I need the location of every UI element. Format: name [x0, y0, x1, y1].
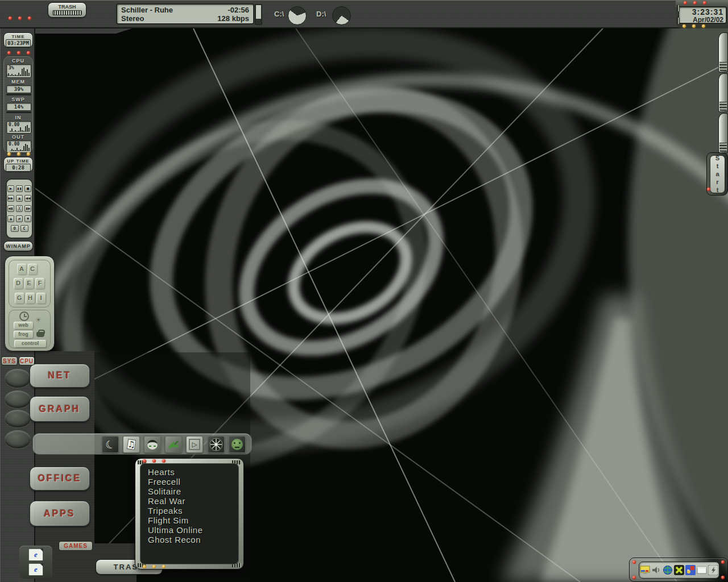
playlist-note-icon[interactable]: ♫	[123, 436, 140, 453]
clock-icon[interactable]	[19, 311, 29, 321]
menu-item-tripeaks[interactable]: Tripeaks	[148, 506, 238, 516]
mem-meter: 39%	[6, 85, 31, 93]
stop-button[interactable]: ■	[24, 185, 31, 192]
play-button[interactable]: ▶	[7, 185, 14, 192]
display-settings-icon[interactable]	[640, 565, 651, 576]
in-histogram	[10, 123, 30, 132]
compass-dial-icon[interactable]	[208, 436, 225, 453]
volume-gauge[interactable]	[255, 4, 262, 25]
volume-up-button[interactable]: ▲	[7, 215, 14, 222]
key-c[interactable]: C	[28, 264, 37, 275]
volume-down-button[interactable]: ▼	[24, 215, 31, 222]
open-button[interactable]: O	[11, 225, 19, 232]
key-d[interactable]: D	[14, 278, 23, 289]
oval-button-2[interactable]	[5, 390, 31, 408]
menu-office-button[interactable]: OFFICE	[30, 467, 90, 490]
key-a[interactable]: A	[17, 264, 26, 275]
menu-graph-button[interactable]: GRAPH	[30, 396, 90, 422]
key-g[interactable]: G	[15, 293, 24, 304]
clock-rib	[677, 5, 680, 11]
launcher-panel: A C D E F G H I ☀ web frog control	[5, 256, 55, 351]
led-red	[632, 560, 636, 564]
drive-d-pie[interactable]	[332, 6, 351, 25]
moon-player-icon[interactable]: ☾	[102, 436, 119, 453]
led-red	[7, 51, 11, 55]
key-f[interactable]: F	[35, 278, 44, 289]
window-icon[interactable]	[697, 565, 708, 576]
volume-speaker-icon[interactable]	[651, 565, 662, 576]
control-button[interactable]: control	[14, 340, 46, 347]
tab-cpu[interactable]: CPU	[19, 356, 35, 365]
key-e[interactable]: E	[24, 278, 34, 289]
tab-sys[interactable]: SYS	[1, 356, 18, 365]
menu-item-solitaire[interactable]: Solitaire	[148, 487, 238, 496]
menu-apps-button[interactable]: APPS	[30, 501, 90, 526]
led-red	[703, 1, 706, 5]
oval-button-1[interactable]	[5, 369, 31, 388]
video-play-icon[interactable]: ▷	[186, 436, 203, 453]
right-rail-segment	[718, 113, 728, 153]
track-time: -02:56	[228, 6, 249, 14]
menu-net-button[interactable]: NET	[30, 364, 90, 388]
swp-value: 14%	[7, 104, 31, 110]
napster-headphones-icon[interactable]	[144, 436, 161, 453]
led-red	[17, 51, 20, 55]
menu-item-flight-sim[interactable]: Flight Sim	[148, 516, 238, 525]
creature-face-icon[interactable]	[229, 436, 246, 453]
games-menu: Hearts Freecell Solitaire Real War Tripe…	[135, 458, 244, 569]
winamp-button[interactable]: WINAMP	[3, 241, 33, 251]
key-h[interactable]: H	[26, 293, 35, 304]
close-button[interactable]: C	[20, 225, 28, 232]
quick-launch-bar[interactable]: ☾ ♫ ▷	[32, 433, 252, 455]
winamp-lightning-icon[interactable]	[708, 565, 719, 576]
clock-led-row-top	[684, 1, 706, 5]
shuffle-button[interactable]: ⇄	[16, 215, 23, 222]
time-value: 03:23PM	[6, 39, 31, 47]
drive-c-label: C:\	[274, 10, 284, 18]
pause-button[interactable]: ▮▮	[16, 185, 23, 192]
cpu-meter: 3%	[6, 64, 31, 78]
menu-item-freecell[interactable]: Freecell	[148, 477, 238, 487]
menu-item-hearts[interactable]: Hearts	[148, 467, 238, 477]
seek-forward-button[interactable]: ▮▶	[24, 205, 31, 212]
oval-button-4[interactable]	[5, 430, 31, 448]
led-red	[693, 1, 697, 5]
led-amber	[692, 24, 696, 28]
seek-back-button[interactable]: ◀▮	[7, 205, 14, 212]
network-globe-icon[interactable]	[663, 565, 673, 576]
internet-shortcut-icon[interactable]: e	[28, 563, 43, 576]
games-tab[interactable]: GAMES	[59, 541, 93, 551]
sun-icon[interactable]: ☀	[35, 316, 42, 324]
close-x-button[interactable]: ╳	[16, 205, 23, 212]
bag-icon[interactable]	[36, 332, 44, 337]
trash-widget[interactable]: TRASH	[48, 2, 86, 18]
menu-item-real-war[interactable]: Real War	[148, 496, 238, 506]
share-arrows-icon[interactable]	[165, 436, 182, 453]
oval-button-3[interactable]	[5, 410, 31, 427]
led-red	[152, 459, 156, 463]
next-button[interactable]: ▶▶	[7, 195, 14, 202]
internet-shortcut-icon[interactable]: e	[28, 548, 43, 561]
led-red	[162, 459, 166, 463]
eject-button[interactable]: ▲	[16, 195, 23, 202]
led-amber	[152, 565, 156, 568]
drive-c-pie[interactable]	[288, 6, 307, 25]
system-tray	[629, 558, 728, 582]
web-button[interactable]: web	[14, 322, 33, 329]
bitrate: 128 kbps	[217, 14, 249, 23]
menu-item-ghost-recon[interactable]: Ghost Recon	[148, 535, 238, 544]
time-widget[interactable]: TIME 03:23PM	[3, 32, 33, 48]
swp-bar	[6, 111, 31, 113]
gauge-fill	[256, 19, 261, 24]
menu-item-ultima-online[interactable]: Ultima Online	[148, 525, 238, 535]
winamp-display[interactable]: Schiller - Ruhe -02:56 Stereo 128 kbps	[116, 3, 254, 24]
tray-icon-area	[639, 562, 719, 579]
kazaa-icon[interactable]	[674, 565, 685, 576]
led-amber	[143, 565, 146, 568]
previous-button[interactable]: ◀◀	[24, 195, 31, 202]
fractal-wallpaper	[0, 0, 728, 582]
led-amber	[27, 152, 30, 156]
key-i[interactable]: I	[36, 293, 46, 304]
frog-button[interactable]: frog	[14, 331, 33, 338]
messenger-icon[interactable]	[685, 565, 696, 576]
